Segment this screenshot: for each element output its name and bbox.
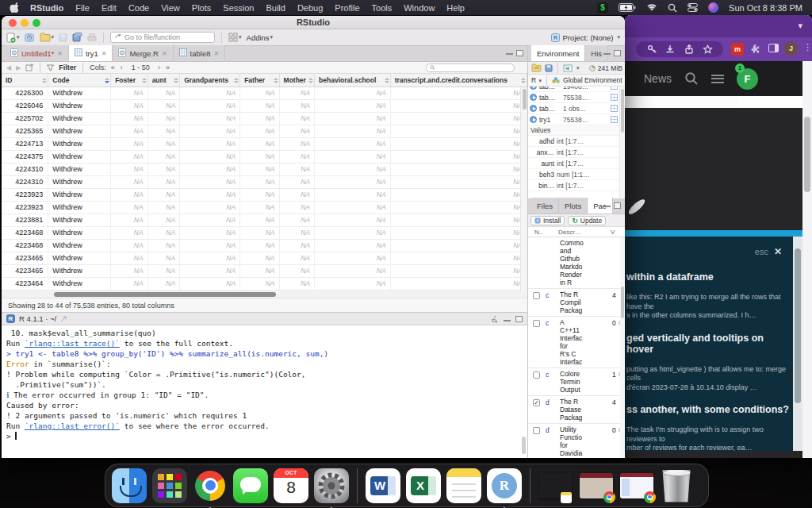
environment-scope-selector[interactable]: Global Environment	[563, 76, 622, 84]
close-traffic-light[interactable]	[9, 19, 17, 27]
package-checkbox[interactable]	[533, 371, 540, 379]
share-icon[interactable]	[684, 44, 694, 55]
save-all-button[interactable]	[72, 33, 82, 42]
addins-grid-icon[interactable]: ▾	[228, 33, 242, 42]
tab-files[interactable]: Files	[531, 198, 559, 214]
first-cols-button[interactable]: «	[111, 64, 116, 71]
expand-play-icon[interactable]	[530, 94, 537, 101]
menu-app-name[interactable]: RStudio	[30, 3, 63, 13]
expand-play-icon[interactable]	[530, 87, 537, 90]
console-minimize-icon[interactable]	[504, 317, 511, 321]
console-output[interactable]: 10. mask$eval_all_summarise(quo)Run `rla…	[2, 325, 527, 458]
dock-minimized-notes-window[interactable]	[538, 468, 573, 503]
grid-vertical-scrollbar[interactable]	[520, 87, 527, 291]
r-language-selector[interactable]: R ▾	[531, 76, 542, 84]
package-row[interactable]: cThe RCompilPackag4	[528, 289, 625, 317]
viewer-search-input[interactable]	[426, 64, 515, 72]
sort-arrows-icon[interactable]	[308, 78, 312, 83]
search-result[interactable]: ss another, with some conditions?The tas…	[626, 404, 790, 451]
filter-icon[interactable]	[47, 64, 54, 71]
dock-notes-icon[interactable]	[446, 468, 481, 503]
print-button[interactable]	[87, 33, 97, 42]
dock-word-icon[interactable]: W	[366, 468, 400, 503]
import-dataset-icon[interactable]	[563, 64, 573, 72]
grid-horizontal-scrollbar[interactable]	[2, 291, 527, 298]
menu-profile[interactable]: Profile	[335, 3, 359, 13]
menu-edit[interactable]: Edit	[102, 3, 117, 13]
package-name-link[interactable]: c	[546, 291, 549, 299]
console-header[interactable]: R R 4.1.1 · ~/	[2, 313, 527, 325]
search-result-title[interactable]: ss another, with some conditions?	[626, 404, 790, 415]
spotlight-search-icon[interactable]	[668, 3, 677, 13]
load-workspace-icon[interactable]	[531, 64, 542, 72]
table-row[interactable]: 4224310WithdrewNANANANANANANA	[2, 176, 527, 189]
console-link[interactable]: `rlang::last_error()`	[25, 421, 120, 430]
column-header-aunt[interactable]: aunt	[148, 74, 181, 87]
package-checkbox[interactable]: ✓	[533, 399, 540, 406]
menu-view[interactable]: View	[161, 3, 180, 13]
search-result[interactable]: within a dataframelike this: R2 I am try…	[626, 271, 790, 321]
environment-object-row[interactable]: tab…1 obs…	[528, 103, 625, 114]
table-row[interactable]: 4224310WithdrewNANANANANANANA	[2, 164, 527, 176]
sort-arrows-icon[interactable]	[385, 78, 389, 83]
console-link[interactable]: `rlang::last_trace()`	[25, 339, 120, 348]
column-header-code[interactable]: Code	[48, 74, 111, 87]
column-header-father[interactable]: Father	[240, 74, 279, 87]
column-header-grandparents[interactable]: Grandparents	[180, 74, 240, 87]
source-pane-minmax[interactable]	[506, 50, 523, 56]
sort-arrows-icon[interactable]	[274, 78, 278, 83]
column-header-id[interactable]: ID	[2, 74, 48, 87]
menu-plots[interactable]: Plots	[192, 3, 211, 13]
battery-icon[interactable]	[619, 3, 636, 12]
key-icon[interactable]	[646, 44, 657, 55]
dock-settings-icon[interactable]	[314, 468, 349, 503]
search-result-title[interactable]: ged vertically and tooltips on hover	[626, 333, 790, 355]
environment-scrollbar[interactable]	[619, 87, 625, 198]
menu-window[interactable]: Window	[404, 3, 435, 13]
back-icon[interactable]: ◀	[6, 64, 11, 71]
environment-value-row[interactable]: bin…int [1:7…	[528, 180, 625, 191]
view-data-grid-icon[interactable]	[611, 105, 618, 112]
sort-arrows-icon[interactable]	[521, 78, 525, 83]
site-menu-icon[interactable]	[711, 75, 724, 83]
site-user-avatar[interactable]: F 1	[737, 68, 758, 90]
table-row[interactable]: 4224375WithdrewNANANANANANANA	[2, 151, 527, 164]
chrome-profile-avatar[interactable]: J	[784, 42, 798, 56]
zoom-traffic-light[interactable]	[33, 19, 40, 27]
siri-icon[interactable]	[708, 2, 718, 13]
download-icon[interactable]	[665, 44, 676, 55]
chevron-down-icon[interactable]: ▾	[798, 21, 802, 31]
view-data-grid-icon[interactable]	[611, 87, 618, 90]
project-menu[interactable]: R Project: (None)▾	[551, 33, 620, 42]
console-scrollbar-thumb[interactable]	[522, 437, 526, 454]
install-button[interactable]: Install	[530, 216, 565, 225]
column-header-foster[interactable]: Foster	[111, 74, 147, 87]
extensions-puzzle-icon[interactable]	[750, 43, 760, 53]
sort-arrows-icon[interactable]	[234, 78, 238, 83]
close-icon[interactable]: ✕	[774, 246, 782, 257]
column-header-mother[interactable]: Mother	[280, 74, 316, 87]
package-name-link[interactable]: d	[546, 398, 550, 406]
expand-play-icon[interactable]	[530, 116, 537, 123]
package-row[interactable]: cColoreTerminOutput1✕	[528, 368, 625, 396]
apple-logo-icon[interactable]	[10, 2, 18, 13]
wifi-icon[interactable]	[646, 3, 657, 12]
close-tab-icon[interactable]: ✕	[162, 50, 167, 57]
package-row[interactable]: cAC++11InterfacforR's CInterfac0✕	[528, 317, 625, 368]
files-pane-minmax[interactable]	[603, 202, 621, 209]
menu-session[interactable]: Session	[223, 3, 254, 13]
table-row[interactable]: 4225702WithdrewNANANANANANANA	[2, 113, 527, 125]
open-file-button[interactable]: ▾	[40, 33, 55, 42]
dock-minimized-chrome-window-1[interactable]	[579, 468, 614, 503]
view-data-grid-icon[interactable]	[611, 94, 618, 101]
table-row[interactable]: 4223465WithdrewNANANANANANANA	[2, 252, 527, 265]
search-result-title[interactable]: within a dataframe	[626, 271, 790, 283]
chrome-menu-icon[interactable]: ⋮	[803, 42, 812, 52]
control-center-icon[interactable]	[688, 3, 698, 12]
site-search-icon[interactable]	[684, 71, 699, 86]
menu-code[interactable]: Code	[128, 3, 149, 13]
environment-object-row[interactable]: tab…75538…	[528, 92, 625, 103]
site-news-link[interactable]: News	[644, 72, 672, 85]
sort-arrows-icon[interactable]	[174, 78, 178, 83]
close-tab-icon[interactable]: ✕	[57, 50, 63, 57]
